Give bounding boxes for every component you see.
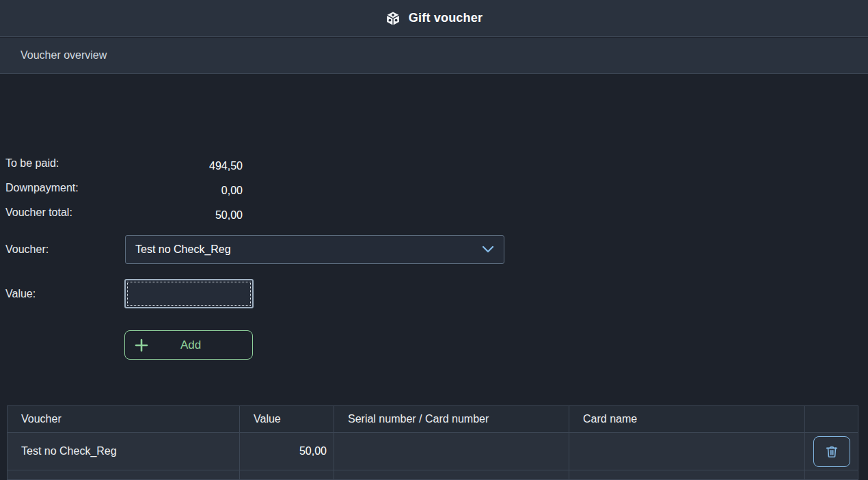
partial-cell bbox=[569, 470, 805, 479]
summary-row-voucher-total: Voucher total: 50,00 bbox=[5, 206, 416, 222]
partial-cell bbox=[8, 470, 240, 479]
value-field-label: Value: bbox=[5, 288, 36, 300]
row-voucher-name: Test no Check_Reg bbox=[8, 433, 240, 470]
voucher-select[interactable]: Test no Check_Reg bbox=[125, 235, 504, 264]
table-header-row: Voucher Value Serial number / Card numbe… bbox=[8, 406, 858, 432]
section-title: Voucher overview bbox=[21, 49, 107, 62]
downpayment-value: 0,00 bbox=[5, 185, 243, 197]
partial-cell bbox=[334, 470, 569, 479]
col-header-voucher: Voucher bbox=[8, 406, 240, 432]
voucher-select-value: Test no Check_Reg bbox=[135, 243, 482, 256]
chevron-down-icon bbox=[482, 245, 494, 254]
row-actions-cell bbox=[805, 433, 858, 470]
trash-icon bbox=[824, 444, 839, 459]
col-header-value: Value bbox=[240, 406, 334, 432]
voucher-table: Voucher Value Serial number / Card numbe… bbox=[7, 405, 858, 480]
col-header-serial: Serial number / Card number bbox=[334, 406, 569, 432]
table-row-partial bbox=[8, 470, 858, 479]
plus-icon bbox=[135, 338, 148, 352]
voucher-select-label: Voucher: bbox=[5, 243, 49, 256]
row-serial-number bbox=[334, 433, 569, 470]
value-input[interactable] bbox=[124, 279, 254, 308]
summary-row-to-be-paid: To be paid: 494,50 bbox=[5, 157, 416, 172]
dialog-title: Gift voucher bbox=[409, 11, 483, 25]
add-button[interactable]: Add bbox=[124, 330, 253, 360]
dialog-header: Gift voucher bbox=[0, 0, 868, 37]
product-cube-icon bbox=[385, 11, 401, 26]
table-row: Test no Check_Reg 50,00 bbox=[8, 432, 858, 470]
to-be-paid-value: 494,50 bbox=[5, 160, 243, 172]
col-header-actions bbox=[805, 406, 858, 432]
col-header-card-name: Card name bbox=[569, 406, 805, 432]
row-voucher-value: 50,00 bbox=[240, 433, 334, 470]
row-card-name bbox=[569, 433, 805, 470]
section-header: Voucher overview bbox=[0, 38, 868, 74]
summary-row-downpayment: Downpayment: 0,00 bbox=[5, 182, 416, 197]
partial-cell bbox=[805, 470, 858, 479]
add-button-label: Add bbox=[148, 338, 243, 352]
voucher-total-value: 50,00 bbox=[5, 209, 243, 222]
partial-cell bbox=[240, 470, 334, 479]
delete-row-button[interactable] bbox=[813, 436, 850, 467]
